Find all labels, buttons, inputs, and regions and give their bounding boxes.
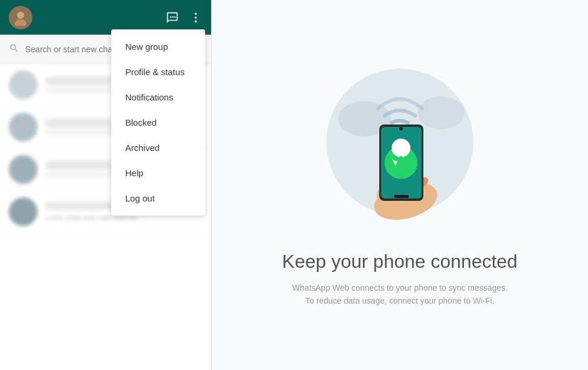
menu-item-help[interactable]: Help	[111, 160, 205, 186]
avatar	[9, 70, 38, 99]
svg-point-2	[170, 16, 172, 18]
right-panel: Keep your phone connected WhatsApp Web c…	[212, 0, 588, 370]
new-chat-icon[interactable]	[166, 11, 179, 24]
svg-point-3	[172, 16, 174, 18]
header-icons	[166, 11, 202, 24]
avatar	[9, 113, 38, 142]
svg-point-0	[17, 12, 24, 19]
more-icon[interactable]	[189, 11, 202, 24]
svg-point-4	[174, 16, 176, 18]
svg-point-7	[195, 20, 197, 22]
menu-item-new-group[interactable]: New group	[111, 34, 205, 59]
menu-item-log-out[interactable]: Log out	[111, 186, 205, 211]
page-title: Keep your phone connected	[282, 251, 517, 273]
svg-point-1	[15, 19, 26, 26]
svg-point-10	[417, 96, 465, 129]
menu-item-notifications[interactable]: Notifications	[111, 85, 205, 110]
svg-point-21	[405, 156, 407, 159]
avatar[interactable]	[9, 6, 32, 29]
avatar	[9, 155, 38, 184]
left-panel: 5/4/2016 o this chat and calls are no...…	[0, 0, 212, 370]
header-left	[9, 6, 32, 29]
avatar	[9, 197, 38, 226]
svg-point-20	[400, 156, 403, 159]
svg-point-6	[195, 16, 197, 19]
illustration	[306, 63, 494, 227]
page-description: WhatsApp Web connects to your phone to s…	[288, 281, 512, 308]
dropdown-menu: New group Profile & status Notifications…	[111, 29, 205, 216]
menu-item-blocked[interactable]: Blocked	[111, 110, 205, 135]
svg-point-17	[399, 127, 403, 130]
menu-item-archived[interactable]: Archived	[111, 135, 205, 160]
search-icon	[9, 43, 19, 56]
svg-point-5	[195, 12, 197, 15]
svg-point-19	[395, 156, 398, 159]
svg-rect-22	[394, 195, 409, 198]
menu-item-profile-status[interactable]: Profile & status	[111, 59, 205, 85]
